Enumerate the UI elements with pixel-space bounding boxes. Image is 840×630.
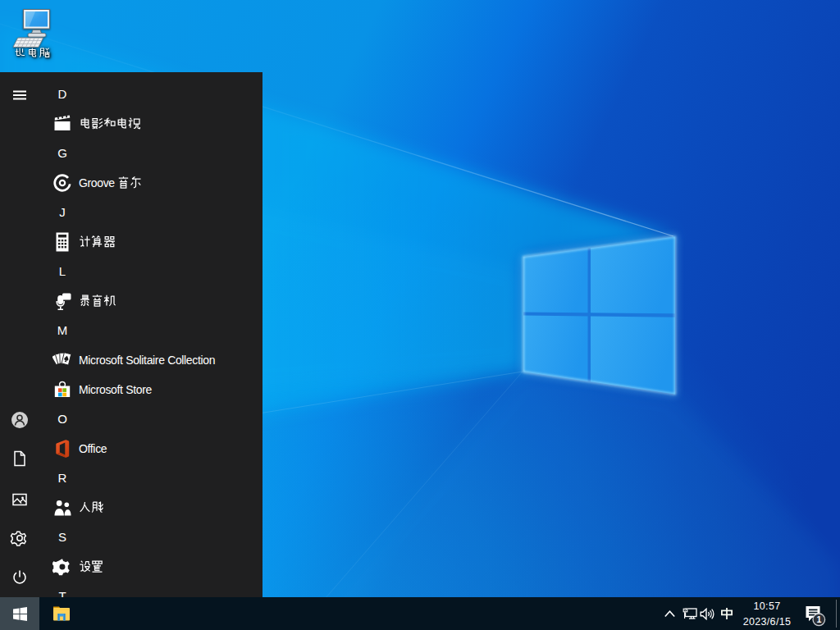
svg-text:1: 1 [816,614,821,624]
